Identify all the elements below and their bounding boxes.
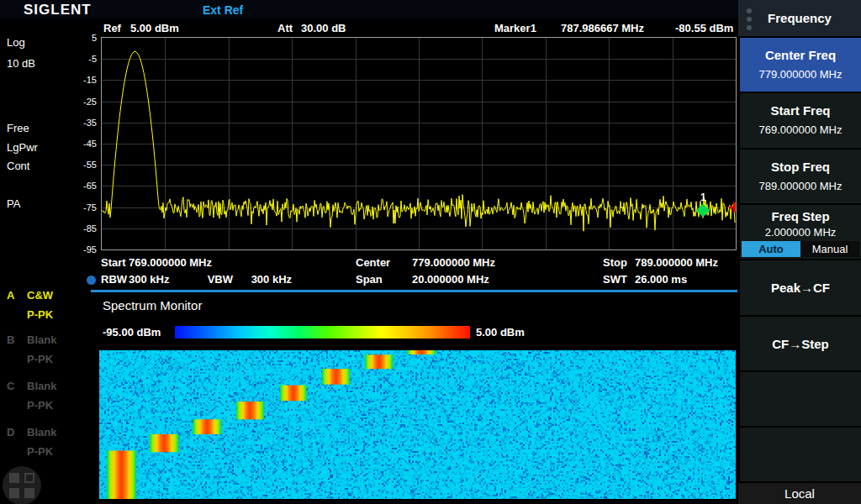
- grid-icon: [9, 488, 19, 498]
- y-axis-tick-label: -95: [83, 244, 97, 255]
- y-axis-tick-label: -55: [83, 159, 97, 171]
- y-axis-tick-label: -75: [83, 202, 97, 213]
- spectrum-monitor-title: Spectrum Monitor: [103, 298, 202, 312]
- annunciator-scale-div: 10 dB: [7, 57, 35, 70]
- trace-c-annunciator: CBlank P-PK: [7, 380, 74, 412]
- top-bar: SIGLENT Ext Ref: [0, 0, 738, 18]
- ext-ref-status: Ext Ref: [203, 3, 243, 17]
- start-freq-button[interactable]: Start Freq 769.000000 MHz: [740, 93, 861, 148]
- grid-icon: [24, 488, 34, 498]
- grid-icon: [24, 473, 34, 483]
- menu-title: Frequency: [738, 11, 861, 25]
- y-axis-tick-label: -15: [83, 74, 97, 86]
- marker-label: Marker1: [494, 22, 536, 34]
- stop-freq-readout: Stop789.000000 MHz: [603, 256, 718, 269]
- blank-softkey-2[interactable]: [740, 428, 861, 481]
- trace-a-annunciator: AC&W P-PK: [7, 289, 74, 321]
- freq-step-button[interactable]: Freq Step 2.000000 MHz Auto Manual: [740, 205, 861, 259]
- grid-icon: [9, 473, 19, 483]
- stop-freq-button[interactable]: Stop Freq 789.000000 MHz: [740, 150, 861, 203]
- colorbar-max-label: 5.00 dBm: [476, 326, 525, 339]
- att-value: 30.00 dB: [301, 22, 346, 34]
- y-axis-tick-label: -65: [83, 180, 97, 192]
- sweep-time-readout: SWT26.000 ms: [603, 273, 687, 286]
- freq-step-auto-manual-toggle: Auto Manual: [742, 241, 859, 257]
- peak-to-cf-button[interactable]: Peak→CF: [740, 260, 861, 315]
- manual-option[interactable]: Manual: [800, 241, 859, 257]
- home-menu-button[interactable]: [3, 466, 41, 504]
- trace-b-annunciator: BBlank P-PK: [7, 333, 74, 365]
- y-axis-tick-label: -85: [83, 223, 97, 234]
- waterfall-canvas: [99, 350, 736, 499]
- cf-to-step-button[interactable]: CF→Step: [740, 317, 861, 370]
- section-divider: [91, 290, 737, 292]
- waterfall-display: [99, 350, 736, 499]
- ref-label: Ref: [103, 22, 121, 34]
- annunciator-scale-type: Log: [7, 36, 25, 49]
- annunciator-sweep-mode: Cont: [7, 160, 29, 172]
- auto-option[interactable]: Auto: [742, 241, 800, 257]
- colorbar-min-label: -95.00 dBm: [103, 326, 161, 339]
- ref-value: 5.00 dBm: [130, 22, 179, 34]
- y-axis-tick-label: -25: [83, 96, 97, 108]
- siglent-logo: SIGLENT: [24, 2, 92, 18]
- center-freq-button[interactable]: Center Freq 779.000000 MHz: [740, 38, 861, 92]
- rbw-vbw-readout: RBW300 kHz VBW300 kHz: [101, 273, 292, 286]
- spectrum-trace-canvas: [102, 38, 736, 249]
- start-freq-readout: Start769.000000 MHz: [101, 256, 212, 269]
- y-axis-tick-label: 5: [92, 32, 97, 44]
- spectrum-plot: [101, 37, 737, 250]
- menu-header-frequency: Frequency: [738, 0, 861, 36]
- local-button[interactable]: Local: [738, 483, 861, 504]
- y-axis-tick-label: -35: [83, 117, 97, 129]
- y-axis-tick-label: -5: [88, 53, 97, 65]
- annunciator-trigger: Free: [7, 122, 29, 134]
- span-readout: Span20.000000 MHz: [356, 273, 489, 286]
- annunciator-preamp: PA: [7, 197, 20, 210]
- status-dot-icon: [87, 276, 96, 285]
- blank-softkey-1[interactable]: [740, 372, 861, 426]
- trace-d-annunciator: DBlank P-PK: [7, 426, 74, 458]
- marker-level: -80.55 dBm: [675, 22, 733, 34]
- center-freq-readout: Center779.000000 MHz: [356, 256, 495, 269]
- marker-frequency: 787.986667 MHz: [561, 22, 644, 34]
- y-axis-tick-label: -45: [83, 138, 97, 150]
- annunciator-lgpwr: LgPwr: [7, 141, 38, 154]
- att-label: Att: [277, 22, 293, 34]
- colorbar-gradient: [175, 326, 470, 339]
